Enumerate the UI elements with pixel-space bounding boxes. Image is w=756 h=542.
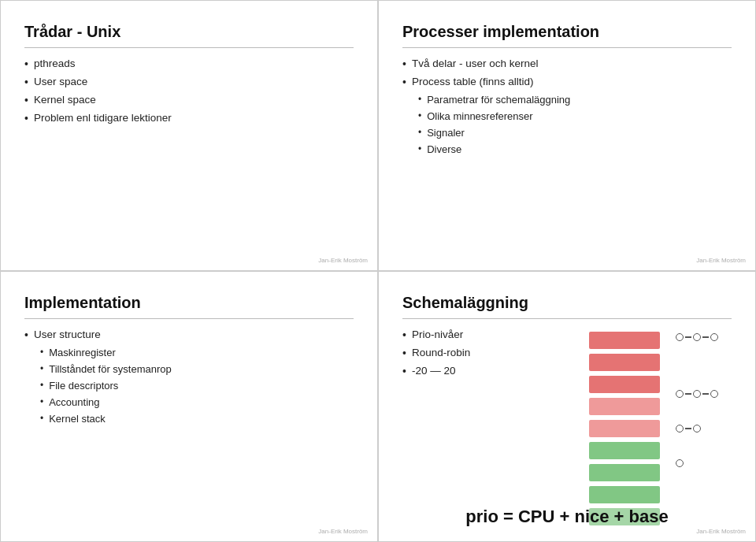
list-item: Diverse (402, 143, 732, 155)
list-item: Problem enl tidigare lektioner (24, 112, 354, 124)
watermark: Jan-Erik Moström (696, 257, 746, 264)
slide-2-title: Processer implementation (402, 23, 732, 48)
slide-1: Trådar - Unix pthreads User space Kernel… (0, 0, 378, 271)
list-item: Signaler (402, 127, 732, 139)
list-item: pthreads (24, 58, 354, 70)
list-item: Tillståndet för systemanrop (24, 363, 354, 375)
slide-2-content: Två delar - user och kernel Process tabl… (402, 58, 732, 155)
list-item: -20 — 20 (402, 365, 559, 377)
list-item: Maskinregister (24, 347, 354, 358)
slide-1-title: Trådar - Unix (24, 23, 354, 48)
list-item: Parametrar för schemaläggning (402, 94, 732, 106)
queue-chains (676, 332, 718, 489)
slide-3: Implementation User structure Maskinregi… (0, 271, 378, 542)
slide-2: Processer implementation Två delar - use… (378, 0, 756, 271)
watermark: Jan-Erik Moström (318, 528, 368, 535)
list-item: Process table (finns alltid) (402, 76, 732, 88)
list-item: Kernel space (24, 94, 354, 106)
list-item: User space (24, 76, 354, 88)
list-item: User structure (24, 329, 354, 341)
list-item: Prio-nivåer (402, 329, 559, 341)
watermark: Jan-Erik Moström (318, 257, 368, 264)
list-item: Kernel stack (24, 413, 354, 425)
slide-3-content: User structure Maskinregister Tillstånde… (24, 329, 354, 425)
slide-4-content: Prio-nivåer Round-robin -20 — 20 (402, 329, 732, 525)
list-item: Olika minnesreferenser (402, 110, 732, 122)
list-item: Accounting (24, 396, 354, 408)
slide-3-title: Implementation (24, 294, 354, 319)
slide-4-title: Schemaläggning (402, 294, 732, 319)
schema-left: Prio-nivåer Round-robin -20 — 20 (402, 329, 559, 525)
slide-4: Schemaläggning Prio-nivåer Round-robin -… (378, 271, 756, 542)
prio-chart (589, 332, 660, 525)
list-item: Round-robin (402, 347, 559, 359)
list-item: Två delar - user och kernel (402, 58, 732, 70)
watermark: Jan-Erik Moström (696, 528, 746, 535)
list-item: File descriptors (24, 380, 354, 392)
slide-1-content: pthreads User space Kernel space Problem… (24, 58, 354, 124)
schema-right (575, 329, 732, 525)
prio-formula: prio = CPU + nice + base (379, 507, 755, 527)
